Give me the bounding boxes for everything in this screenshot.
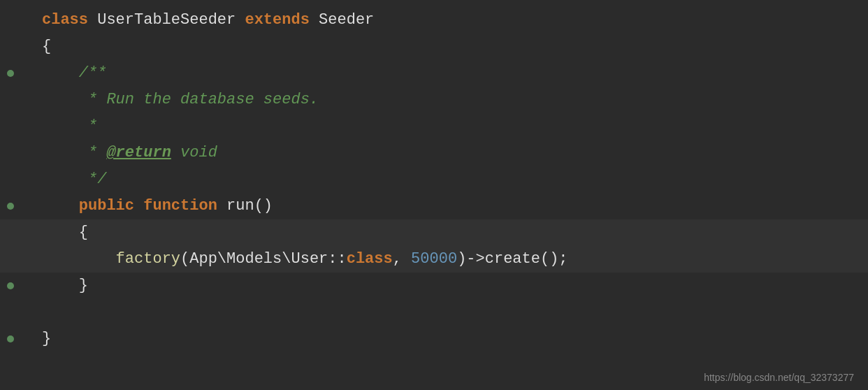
code-line-3: /** [0,60,868,87]
gutter-dot-8 [7,203,14,210]
code-line-4: * Run the database seeds. [0,87,868,113]
comment-return-prefix: * [42,144,106,161]
line-content-11: } [21,273,88,299]
code-line-7: */ [0,166,868,193]
code-line-12 [0,299,868,326]
line-content-2: { [21,34,51,60]
comment-open: /** [42,64,106,82]
keyword-public: public [42,197,134,215]
paren-open: (App\Models\User:: [180,250,347,268]
line-content-7: */ [21,166,106,193]
code-line-13: } [0,326,868,352]
code-line-8: public function run() [0,193,868,219]
gutter-8 [0,203,21,210]
gutter-3 [0,70,21,77]
comma: , [393,250,411,268]
code-line-2: { [0,34,868,60]
gutter-11 [0,282,21,289]
line-content-1: class UserTableSeeder extends Seeder [21,7,374,34]
space-8 [134,197,143,215]
code-line-10: factory(App\Models\User::class, 50000)->… [0,246,868,273]
keyword-function: function [143,197,217,215]
comment-star: * [42,117,97,135]
factory-keyword: factory [42,250,180,268]
line-content-9: { [21,219,88,246]
comment-return-void: void [171,144,217,161]
brace-open-class: { [42,38,51,55]
line-content-12 [21,299,51,326]
code-line-1: class UserTableSeeder extends Seeder [0,7,868,34]
number-50000: 50000 [411,250,457,268]
line-content-10: factory(App\Models\User::class, 50000)->… [21,246,568,273]
gutter-dot-11 [7,282,14,289]
line-content-5: * [21,113,97,140]
comment-close: */ [42,171,106,188]
code-line-9: { [0,219,868,246]
method-run: run() [217,197,273,215]
line-content-4: * Run the database seeds. [21,87,319,113]
code-line-5: * [0,113,868,140]
keyword-extends: extends [245,11,309,29]
comment-run: * Run the database seeds. [42,91,319,108]
keyword-class: class [42,11,88,29]
watermark: https://blog.csdn.net/qq_32373277 [704,372,854,383]
gutter-dot-13 [7,335,14,342]
line-content-8: public function run() [21,193,273,219]
line-content-13: } [21,326,51,352]
brace-close-method: } [42,277,88,294]
code-editor: class UserTableSeeder extends Seeder { /… [0,0,868,390]
gutter-13 [0,335,21,342]
parent-class: Seeder [310,11,374,29]
brace-open-method: { [42,224,88,241]
arrow-create: )->create(); [457,250,567,268]
comment-return-tag: @return [106,144,171,161]
line-content-3: /** [21,60,106,87]
line-content-6: * @return void [21,140,217,166]
code-line-11: } [0,273,868,299]
class-keyword-inline: class [347,250,393,268]
gutter-dot-3 [7,70,14,77]
brace-close-class: } [42,330,51,347]
code-line-6: * @return void [0,140,868,166]
class-name: UserTableSeeder [88,11,245,29]
empty-line [42,303,51,321]
